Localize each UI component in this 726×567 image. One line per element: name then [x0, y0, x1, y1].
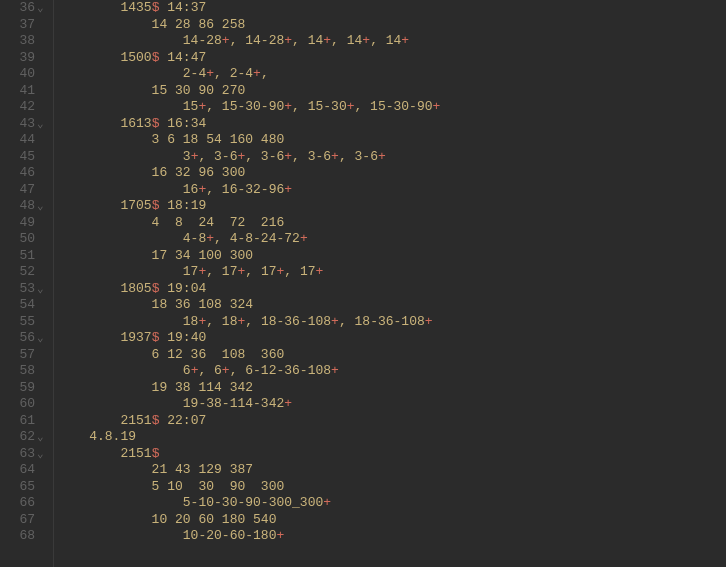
code-line[interactable]: 1435$ 14:37 [58, 0, 440, 17]
gutter-line[interactable]: 36⌄ [8, 0, 49, 17]
line-number: 55 [19, 314, 35, 331]
code-line[interactable]: 1705$ 18:19 [58, 198, 440, 215]
code-line[interactable]: 5-10-30-90-300_300+ [58, 495, 440, 512]
code-line[interactable]: 16+, 16-32-96+ [58, 182, 440, 199]
chevron-down-icon[interactable]: ⌄ [37, 116, 49, 133]
gutter-line[interactable]: 65 [8, 479, 49, 496]
gutter-line[interactable]: 67 [8, 512, 49, 529]
gutter-line[interactable]: 58 [8, 363, 49, 380]
code-line[interactable]: 3 6 18 54 160 480 [58, 132, 440, 149]
gutter-line[interactable]: 51 [8, 248, 49, 265]
code-token: + [276, 528, 284, 543]
code-line[interactable]: 19-38-114-342+ [58, 396, 440, 413]
code-token: , 14 [331, 33, 362, 48]
code-line[interactable]: 10 20 60 180 540 [58, 512, 440, 529]
code-line[interactable]: 18+, 18+, 18-36-108+, 18-36-108+ [58, 314, 440, 331]
gutter-line[interactable]: 44 [8, 132, 49, 149]
gutter-line[interactable]: 52 [8, 264, 49, 281]
code-token: , 18 [206, 314, 237, 329]
gutter-line[interactable]: 68 [8, 528, 49, 545]
code-token: , 14 [292, 33, 323, 48]
gutter-line[interactable]: 38 [8, 33, 49, 50]
code-line[interactable]: 16 32 96 300 [58, 165, 440, 182]
code-token: + [284, 396, 292, 411]
gutter-line[interactable]: 57 [8, 347, 49, 364]
line-number: 46 [19, 165, 35, 182]
code-editor[interactable]: 36⌄37383940414243⌄4445464748⌄4950515253⌄… [0, 0, 726, 567]
code-line[interactable]: 14-28+, 14-28+, 14+, 14+, 14+ [58, 33, 440, 50]
code-line[interactable]: 17+, 17+, 17+, 17+ [58, 264, 440, 281]
chevron-down-icon[interactable]: ⌄ [37, 0, 49, 17]
code-line[interactable]: 1500$ 14:47 [58, 50, 440, 67]
code-line[interactable]: 2151$ 22:07 [58, 413, 440, 430]
gutter-line[interactable]: 39 [8, 50, 49, 67]
code-token: 1937 [58, 330, 152, 345]
gutter-line[interactable]: 47 [8, 182, 49, 199]
code-token: 19:40 [159, 330, 206, 345]
code-line[interactable]: 19 38 114 342 [58, 380, 440, 397]
code-token: 14:47 [159, 50, 206, 65]
code-token: 19:04 [159, 281, 206, 296]
code-line[interactable]: 1613$ 16:34 [58, 116, 440, 133]
gutter-line[interactable]: 61 [8, 413, 49, 430]
gutter-line[interactable]: 40 [8, 66, 49, 83]
code-line[interactable]: 4.8.19 [58, 429, 440, 446]
line-number-gutter[interactable]: 36⌄37383940414243⌄4445464748⌄4950515253⌄… [0, 0, 54, 567]
code-line[interactable]: 4 8 24 72 216 [58, 215, 440, 232]
gutter-line[interactable]: 54 [8, 297, 49, 314]
gutter-line[interactable]: 53⌄ [8, 281, 49, 298]
gutter-line[interactable]: 64 [8, 462, 49, 479]
gutter-line[interactable]: 46 [8, 165, 49, 182]
gutter-line[interactable]: 41 [8, 83, 49, 100]
gutter-line[interactable]: 42 [8, 99, 49, 116]
gutter-line[interactable]: 48⌄ [8, 198, 49, 215]
code-line[interactable]: 3+, 3-6+, 3-6+, 3-6+, 3-6+ [58, 149, 440, 166]
chevron-down-icon[interactable]: ⌄ [37, 330, 49, 347]
code-line[interactable]: 2151$ [58, 446, 440, 463]
line-number: 63 [19, 446, 35, 463]
code-token: 1805 [58, 281, 152, 296]
code-token: 5-10-30-90-300_300 [58, 495, 323, 510]
gutter-line[interactable]: 49 [8, 215, 49, 232]
gutter-line[interactable]: 50 [8, 231, 49, 248]
code-line[interactable]: 14 28 86 258 [58, 17, 440, 34]
code-line[interactable]: 15+, 15-30-90+, 15-30+, 15-30-90+ [58, 99, 440, 116]
code-area[interactable]: 1435$ 14:37 14 28 86 258 14-28+, 14-28+,… [54, 0, 440, 567]
code-line[interactable]: 18 36 108 324 [58, 297, 440, 314]
chevron-down-icon[interactable]: ⌄ [37, 429, 49, 446]
chevron-down-icon[interactable]: ⌄ [37, 198, 49, 215]
code-token: 16 [58, 182, 198, 197]
code-line[interactable]: 6+, 6+, 6-12-36-108+ [58, 363, 440, 380]
gutter-line[interactable]: 60 [8, 396, 49, 413]
code-line[interactable]: 1937$ 19:40 [58, 330, 440, 347]
code-line[interactable]: 1805$ 19:04 [58, 281, 440, 298]
code-line[interactable]: 21 43 129 387 [58, 462, 440, 479]
code-token: + [323, 495, 331, 510]
code-token: 22:07 [159, 413, 206, 428]
gutter-line[interactable]: 59 [8, 380, 49, 397]
gutter-line[interactable]: 62⌄ [8, 429, 49, 446]
gutter-line[interactable]: 66 [8, 495, 49, 512]
code-token: 14-28 [58, 33, 222, 48]
gutter-line[interactable]: 45 [8, 149, 49, 166]
gutter-line[interactable]: 56⌄ [8, 330, 49, 347]
code-token: + [206, 231, 214, 246]
gutter-line[interactable]: 63⌄ [8, 446, 49, 463]
code-token: , 17 [245, 264, 276, 279]
chevron-down-icon[interactable]: ⌄ [37, 281, 49, 298]
code-line[interactable]: 6 12 36 108 360 [58, 347, 440, 364]
line-number: 65 [19, 479, 35, 496]
gutter-line[interactable]: 55 [8, 314, 49, 331]
code-token: , 15-30-90 [355, 99, 433, 114]
code-token: + [284, 149, 292, 164]
gutter-line[interactable]: 43⌄ [8, 116, 49, 133]
chevron-down-icon[interactable]: ⌄ [37, 446, 49, 463]
code-line[interactable]: 2-4+, 2-4+, [58, 66, 440, 83]
code-line[interactable]: 5 10 30 90 300 [58, 479, 440, 496]
code-line[interactable]: 4-8+, 4-8-24-72+ [58, 231, 440, 248]
gutter-line[interactable]: 37 [8, 17, 49, 34]
code-line[interactable]: 15 30 90 270 [58, 83, 440, 100]
code-line[interactable]: 17 34 100 300 [58, 248, 440, 265]
code-token: 6 12 36 108 360 [58, 347, 284, 362]
code-line[interactable]: 10-20-60-180+ [58, 528, 440, 545]
